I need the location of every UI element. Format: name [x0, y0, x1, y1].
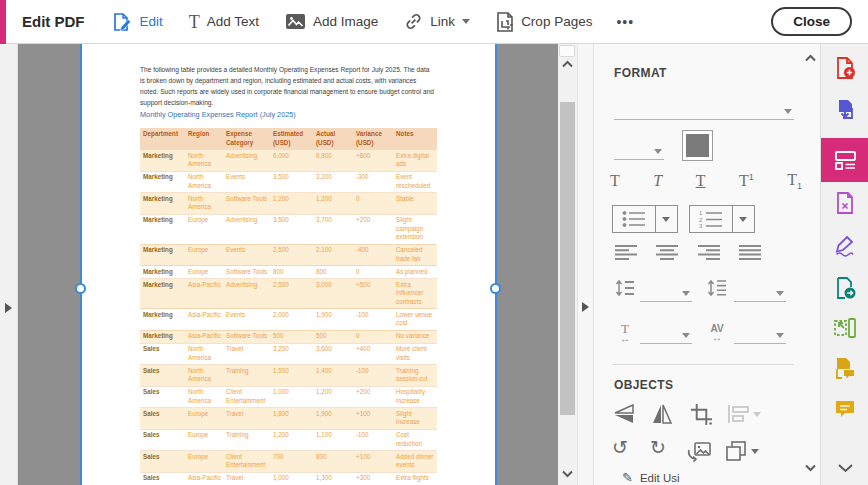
- table-cell: -100: [353, 309, 393, 331]
- fill-and-sign-icon[interactable]: [821, 226, 868, 266]
- italic-button[interactable]: T: [653, 170, 662, 192]
- panel-scroll-down-icon[interactable]: [804, 464, 817, 472]
- align-right-icon[interactable]: [697, 244, 721, 264]
- table-cell: 1,000: [270, 386, 313, 408]
- numbered-list-dropdown[interactable]: [732, 206, 753, 232]
- table-cell: 1,400: [313, 365, 353, 387]
- format-panel: FORMAT T T T T1 T1 123: [593, 44, 820, 485]
- scroll-up-arrow-icon[interactable]: [561, 60, 574, 68]
- table-cell: Extra influencer contracts: [393, 279, 437, 309]
- align-left-icon[interactable]: [614, 244, 638, 264]
- crop-pages-button[interactable]: Crop Pages: [496, 12, 592, 32]
- table-cell: Training session cut: [393, 365, 437, 387]
- col-header: Actual (USD): [313, 128, 353, 150]
- selection-handle-left[interactable]: [75, 283, 86, 294]
- table-cell: Marketing: [140, 279, 185, 309]
- edit-pdf-icon[interactable]: [821, 138, 868, 182]
- font-color-swatch[interactable]: [682, 130, 713, 161]
- more-tools-button[interactable]: •••: [616, 14, 634, 30]
- table-cell: -300: [353, 171, 393, 193]
- horizontal-scale-icon[interactable]: T↔: [614, 322, 636, 344]
- bold-button[interactable]: T: [610, 170, 620, 192]
- character-spacing-icon[interactable]: AV↔: [704, 324, 730, 343]
- horizontal-scale-dropdown[interactable]: [640, 324, 692, 344]
- export-pdf-icon[interactable]: [821, 90, 868, 130]
- table-cell: 800: [270, 266, 313, 279]
- edit-pencil-icon: [111, 12, 133, 32]
- add-text-button[interactable]: T Add Text: [189, 13, 259, 31]
- table-cell: 2,000: [270, 309, 313, 331]
- svg-text:2: 2: [699, 217, 703, 223]
- table-cell: 1,300: [313, 472, 353, 485]
- comment-file-icon[interactable]: [821, 348, 868, 388]
- table-heading[interactable]: Monthly Operating Expenses Report (July …: [140, 110, 296, 119]
- flip-horizontal-icon[interactable]: [650, 402, 674, 426]
- document-scrollbar: [558, 44, 577, 485]
- arrange-objects-icon[interactable]: [724, 440, 759, 462]
- align-justify-icon[interactable]: [738, 244, 762, 264]
- character-spacing-dropdown[interactable]: [734, 324, 786, 344]
- table-cell: -100: [353, 429, 393, 451]
- font-family-dropdown[interactable]: [614, 100, 794, 120]
- table-row: SalesAsia-PacificTravel1,0001,300+300Ext…: [140, 472, 437, 485]
- table-cell: 6,000: [270, 150, 313, 171]
- expand-left-panel-arrow-icon[interactable]: [5, 303, 12, 313]
- close-button[interactable]: Close: [771, 7, 852, 36]
- chevron-down-icon[interactable]: [821, 456, 868, 480]
- pdf-page[interactable]: The following table provides a detailed …: [81, 44, 496, 485]
- table-cell: Extra digital ads: [393, 150, 437, 171]
- bulleted-list-dropdown[interactable]: [655, 206, 676, 232]
- table-cell: Sales: [140, 386, 185, 408]
- link-button[interactable]: Link: [404, 12, 470, 31]
- table-cell: 1,100: [313, 429, 353, 451]
- superscript-button[interactable]: T1: [739, 170, 754, 192]
- table-cell: Marketing: [140, 193, 185, 215]
- col-header: Estimated (USD): [270, 128, 313, 150]
- table-cell: +800: [353, 150, 393, 171]
- rotate-counterclockwise-icon[interactable]: ↺: [612, 438, 628, 457]
- align-objects-icon[interactable]: [726, 404, 761, 424]
- flip-vertical-icon[interactable]: [612, 402, 636, 426]
- svg-text:1: 1: [699, 210, 703, 216]
- align-center-icon[interactable]: [655, 244, 679, 264]
- table-cell: 6,800: [313, 150, 353, 171]
- table-cell: Travel: [223, 343, 270, 365]
- table-cell: Client Entertainment: [223, 451, 270, 473]
- delete-pages-icon[interactable]: [821, 183, 868, 223]
- panel-scroll-up-icon[interactable]: [804, 54, 817, 62]
- font-size-dropdown[interactable]: [614, 140, 664, 160]
- numbered-list-icon[interactable]: 123: [690, 206, 732, 232]
- line-spacing-dropdown[interactable]: [640, 282, 692, 302]
- rotate-clockwise-icon[interactable]: ↻: [650, 438, 666, 457]
- replace-image-icon[interactable]: [686, 440, 712, 462]
- table-cell: +500: [353, 279, 393, 309]
- underline-button[interactable]: T: [696, 170, 706, 192]
- table-cell: 3,200: [270, 343, 313, 365]
- crop-object-icon[interactable]: [690, 403, 713, 426]
- paragraph-spacing-dropdown[interactable]: [734, 282, 786, 302]
- enhance-scans-icon[interactable]: [821, 308, 868, 348]
- scroll-down-arrow-icon[interactable]: [561, 470, 574, 478]
- add-image-button[interactable]: Add Image: [285, 13, 378, 30]
- line-spacing-icon[interactable]: [614, 278, 636, 302]
- scrollbar-thumb[interactable]: [560, 102, 575, 415]
- subscript-button[interactable]: T1: [787, 170, 802, 192]
- paragraph-spacing-icon[interactable]: [706, 278, 728, 302]
- link-label: Link: [430, 14, 455, 29]
- selection-handle-right[interactable]: [490, 283, 501, 294]
- expense-table[interactable]: Department Region Expense Category Estim…: [140, 128, 437, 485]
- table-cell: Training: [223, 365, 270, 387]
- table-cell: -400: [353, 244, 393, 266]
- table-row: SalesEuropeTravel1,8001,900+100Slight in…: [140, 408, 437, 430]
- annotate-icon[interactable]: [821, 388, 868, 428]
- send-file-icon[interactable]: [821, 268, 868, 308]
- table-cell: 3,500: [270, 214, 313, 244]
- table-cell: Training: [223, 429, 270, 451]
- table-cell: Marketing: [140, 214, 185, 244]
- create-pdf-icon[interactable]: [821, 48, 868, 88]
- expand-right-arrow-icon[interactable]: [582, 302, 589, 312]
- edit-using-button[interactable]: ✎ Edit Usi: [622, 470, 680, 485]
- bulleted-list-icon[interactable]: [613, 206, 655, 232]
- intro-paragraph[interactable]: The following table provides a detailed …: [140, 64, 434, 108]
- edit-tool-button[interactable]: Edit: [111, 12, 163, 32]
